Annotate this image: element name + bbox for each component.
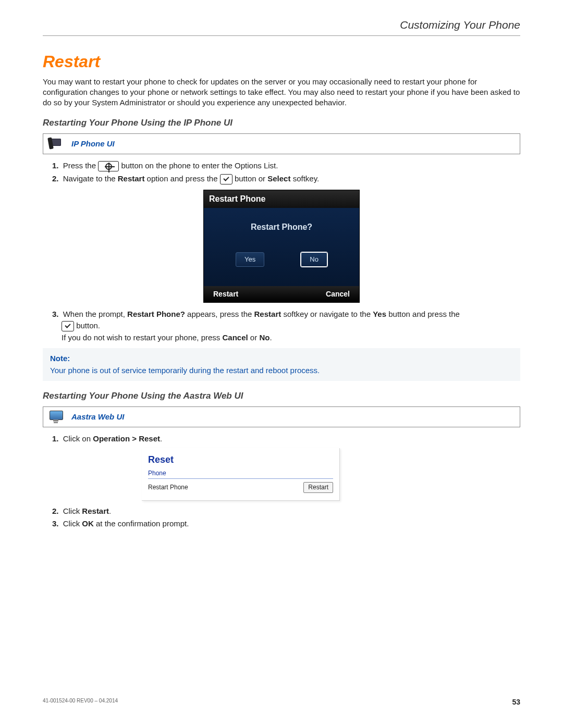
- step-text: Click: [63, 519, 82, 528]
- bold-select: Select: [267, 174, 290, 183]
- bold-ok: OK: [82, 519, 94, 528]
- monitor-icon: [48, 411, 64, 423]
- ip-phone-ui-label: IP Phone UI: [71, 139, 115, 149]
- web-ui-reset-panel: Reset Phone Restart Phone Restart: [142, 448, 340, 501]
- step-text: If you do not wish to restart your phone…: [62, 333, 223, 342]
- step-text: button.: [74, 321, 100, 330]
- step-text: appears, press the: [185, 310, 254, 318]
- note-label: Note:: [50, 353, 513, 364]
- step-number: 3.: [52, 519, 59, 528]
- note-box: Note: Your phone is out of service tempo…: [43, 348, 520, 381]
- bold-prompt: Restart Phone?: [127, 310, 185, 318]
- webui-restart-button[interactable]: Restart: [303, 482, 333, 492]
- step-text: softkey or navigate to the: [281, 310, 373, 318]
- step-text: button or: [232, 174, 268, 183]
- check-icon: [223, 176, 229, 182]
- section-intro: You may want to restart your phone to ch…: [43, 77, 520, 108]
- step-text: .: [270, 333, 272, 342]
- webui-title: Reset: [148, 453, 333, 466]
- bold-restart: Restart: [118, 174, 145, 183]
- softkey-restart: Restart: [213, 289, 238, 299]
- step-text: Click: [63, 507, 82, 515]
- step-text: option and press the: [144, 174, 219, 183]
- phone-screen-title: Restart Phone: [204, 190, 359, 208]
- footer-page-number: 53: [512, 697, 520, 707]
- softkey-cancel: Cancel: [326, 289, 350, 299]
- step-number: 3.: [52, 310, 59, 318]
- bold-restart: Restart: [82, 507, 109, 515]
- webui-restart-label: Restart Phone: [148, 483, 188, 491]
- bold-yes: Yes: [373, 310, 386, 318]
- webui-phone-section: Phone: [148, 469, 333, 479]
- confirm-key: [220, 174, 232, 184]
- phone-screen-question: Restart Phone?: [204, 208, 359, 233]
- aastra-web-ui-box: Aastra Web UI: [43, 406, 520, 427]
- phone-icon: [48, 138, 64, 150]
- phone-yes-button: Yes: [236, 252, 264, 267]
- aastra-web-ui-label: Aastra Web UI: [71, 412, 124, 422]
- step-text: Navigate to the: [63, 174, 118, 183]
- step-number: 1.: [52, 434, 59, 443]
- section-title: Restart: [43, 51, 520, 73]
- web-step-1: 1. Click on Operation > Reset.: [52, 434, 520, 444]
- step-number: 2.: [52, 174, 59, 183]
- step-text: button on the phone to enter the Options…: [121, 161, 278, 170]
- phone-screen-mock: Restart Phone Restart Phone? Yes No Rest…: [203, 190, 360, 302]
- step-text: or: [248, 333, 260, 342]
- bold-cancel: Cancel: [223, 333, 248, 342]
- step-text: softkey.: [290, 174, 319, 183]
- page-header: Customizing Your Phone: [43, 18, 520, 36]
- step-number: 2.: [52, 507, 59, 515]
- footer-docid: 41-001524-00 REV00 – 04.2014: [43, 697, 118, 707]
- step-text: When the prompt,: [63, 310, 127, 318]
- check-icon: [65, 323, 71, 329]
- options-key: [98, 161, 119, 171]
- confirm-key: [62, 321, 74, 331]
- subheading-ip: Restarting Your Phone Using the IP Phone…: [43, 117, 520, 129]
- ip-phone-ui-box: IP Phone UI: [43, 133, 520, 154]
- subheading-web: Restarting Your Phone Using the Aastra W…: [43, 390, 520, 402]
- step-text: at the confirmation prompt.: [94, 519, 189, 528]
- step-text: .: [109, 507, 111, 515]
- bold-no: No: [259, 333, 270, 342]
- step-text: button and press the: [386, 310, 460, 318]
- step-text: Press the: [63, 161, 96, 170]
- ip-step-3: 3. When the prompt, Restart Phone? appea…: [52, 309, 520, 343]
- step-number: 1.: [52, 161, 59, 170]
- phone-no-button: No: [301, 252, 327, 267]
- bold-operation-reset: Operation > Reset: [93, 434, 160, 443]
- web-step-3: 3. Click OK at the confirmation prompt.: [52, 519, 520, 529]
- step-text: .: [160, 434, 162, 443]
- ip-step-2: 2. Navigate to the Restart option and pr…: [52, 174, 520, 184]
- ip-step-1: 1. Press the button on the phone to ente…: [52, 161, 520, 171]
- web-step-2: 2. Click Restart.: [52, 506, 520, 516]
- step-text: Click on: [63, 434, 93, 443]
- gear-icon: [105, 163, 112, 170]
- bold-restart: Restart: [254, 310, 282, 318]
- note-text: Your phone is out of service temporarily…: [50, 365, 513, 376]
